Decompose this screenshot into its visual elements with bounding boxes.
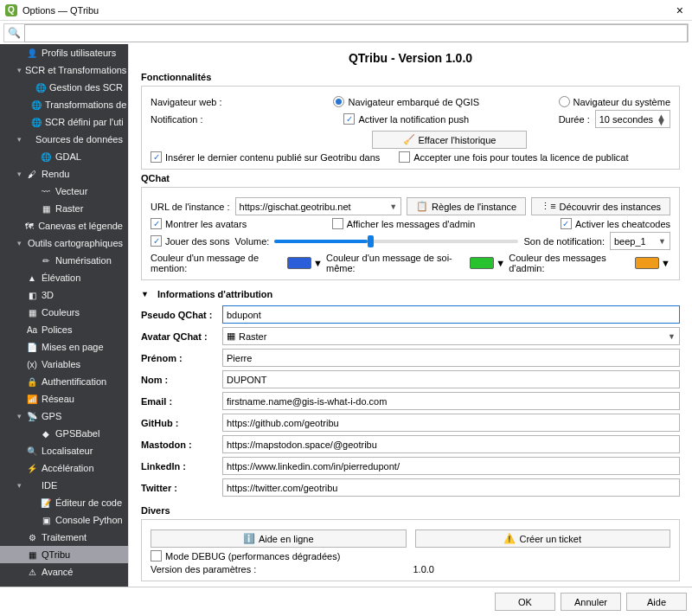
- sidebar-item[interactable]: ⚠Avancé: [0, 563, 128, 581]
- help-button[interactable]: Aide: [626, 593, 687, 611]
- search-input[interactable]: [24, 24, 688, 42]
- attribution-grid: Pseudo QChat : Avatar QChat : ▦Raster▼ P…: [141, 305, 680, 497]
- browser-system-radio[interactable]: Navigateur du système: [559, 96, 671, 107]
- sidebar-item-icon: ▣: [40, 514, 52, 526]
- sidebar-item-label: SCR et Transformations: [25, 65, 126, 75]
- sidebar-item[interactable]: ▣Console Python: [0, 511, 128, 529]
- sidebar-item[interactable]: ▲Élévation: [0, 269, 128, 286]
- discover-instances-button[interactable]: ⋮≡Découvrir des instances: [531, 197, 670, 215]
- debug-checkbox[interactable]: Mode DEBUG (performances dégradées): [151, 550, 340, 561]
- cheatcodes-checkbox[interactable]: ✓Activer les cheatcodes: [561, 218, 670, 229]
- sidebar-item[interactable]: ◧3D: [0, 286, 128, 304]
- sidebar-item-label: Variables: [42, 359, 80, 369]
- chevron-down-icon[interactable]: ▼: [141, 290, 149, 298]
- sidebar-item[interactable]: 👤Profils utilisateurs: [0, 44, 128, 61]
- create-ticket-button[interactable]: ⚠️Créer un ticket: [415, 529, 671, 548]
- insert-last-checkbox[interactable]: ✓Insérer le dernier contenu publié sur G…: [151, 151, 380, 163]
- sidebar-item[interactable]: ▾🖌Rendu: [0, 165, 128, 183]
- sidebar-item[interactable]: ▦Raster: [0, 200, 128, 217]
- sidebar-item-icon: ◆: [40, 427, 52, 440]
- accept-license-checkbox[interactable]: Accepter une fois pour toutes la licence…: [399, 151, 628, 163]
- sidebar-item-label: GPS: [42, 411, 61, 421]
- sidebar-item[interactable]: (x)Variables: [0, 356, 128, 373]
- sidebar-item-label: Accélération: [42, 463, 94, 473]
- sidebar-item-label: Raster: [55, 203, 83, 214]
- sidebar-item-icon: 📄: [26, 341, 38, 353]
- sidebar-item[interactable]: ▦QTribu: [0, 546, 128, 563]
- section-misc: Divers: [141, 505, 680, 516]
- close-icon[interactable]: ×: [673, 3, 687, 17]
- sidebar-item[interactable]: ⚡Accélération: [0, 459, 128, 477]
- volume-label: Volume:: [235, 236, 270, 247]
- color-admin-label: Couleur des messages d'admin:: [509, 253, 631, 273]
- sidebar-item[interactable]: 〰Vecteur: [0, 183, 128, 200]
- color-self-picker[interactable]: ▼: [470, 257, 505, 269]
- twitter-input[interactable]: [222, 478, 680, 497]
- sidebar-item-icon: ▲: [26, 272, 38, 284]
- sidebar-item-icon: ▦: [26, 306, 38, 318]
- cancel-button[interactable]: Annuler: [561, 593, 621, 611]
- sidebar-search[interactable]: 🔍: [3, 23, 689, 42]
- email-input[interactable]: [222, 392, 680, 410]
- sidebar-item[interactable]: ▾Sources de données: [0, 131, 128, 148]
- sidebar-item-icon: ✏: [40, 254, 52, 266]
- instance-rules-button[interactable]: 📋Règles de l'instance: [407, 197, 526, 215]
- sidebar-item[interactable]: 🌐GDAL: [0, 148, 128, 165]
- firstname-input[interactable]: [222, 349, 680, 367]
- online-help-button[interactable]: ℹ️Aide en ligne: [151, 529, 407, 548]
- github-input[interactable]: [222, 414, 680, 432]
- linkedin-input[interactable]: [222, 457, 680, 475]
- sidebar-item[interactable]: ▾SCR et Transformations: [0, 61, 128, 79]
- color-admin-picker[interactable]: ▼: [635, 257, 670, 269]
- notif-label: Notification :: [151, 114, 254, 125]
- show-avatars-checkbox[interactable]: ✓Montrer les avatars: [151, 218, 247, 229]
- settings-version-label: Version des paramètres :: [151, 564, 408, 574]
- clear-history-button[interactable]: 🧹Effacer l'historique: [372, 131, 527, 149]
- sidebar-item[interactable]: 🔒Authentification: [0, 373, 128, 390]
- sidebar-item[interactable]: 🌐Gestion des SCR: [0, 79, 128, 96]
- mastodon-input[interactable]: [222, 435, 680, 453]
- sidebar-item[interactable]: ▦Couleurs: [0, 304, 128, 321]
- sidebar-item[interactable]: ◆GPSBabel: [0, 425, 128, 442]
- ok-button[interactable]: OK: [495, 593, 555, 611]
- sidebar-item-label: SCR défini par l'uti: [45, 117, 124, 127]
- sidebar-item[interactable]: AaPolices: [0, 321, 128, 338]
- sidebar-item[interactable]: ✏Numérisation: [0, 252, 128, 269]
- options-sidebar[interactable]: 👤Profils utilisateurs▾SCR et Transformat…: [0, 44, 128, 587]
- pseudo-input[interactable]: [222, 305, 680, 324]
- volume-slider[interactable]: [274, 240, 518, 243]
- sidebar-item[interactable]: 🗺Canevas et légende: [0, 217, 128, 234]
- sidebar-item[interactable]: 📝Éditeur de code: [0, 494, 128, 511]
- sidebar-item[interactable]: 📄Mises en page: [0, 338, 128, 356]
- sidebar-item[interactable]: 🔍Localisateur: [0, 442, 128, 459]
- sidebar-item-label: Polices: [42, 324, 72, 335]
- qgis-logo-icon: Q: [5, 4, 17, 16]
- settings-version-value: 1.0.0: [413, 564, 671, 574]
- play-sounds-checkbox[interactable]: ✓Jouer des sons: [151, 235, 230, 247]
- browser-embedded-radio[interactable]: Navigateur embarqué de QGIS: [333, 96, 479, 107]
- sidebar-item[interactable]: ▾📡GPS: [0, 407, 128, 425]
- sidebar-item[interactable]: 📶Réseau: [0, 390, 128, 407]
- main-panel: QTribu - Version 1.0.0 Fonctionnalités N…: [128, 44, 692, 587]
- sidebar-item-icon: ⚠: [26, 566, 38, 578]
- sidebar-item[interactable]: 🌐Transformations de: [0, 96, 128, 113]
- sidebar-item-icon: 📡: [26, 410, 38, 422]
- show-admin-checkbox[interactable]: Afficher les messages d'admin: [332, 218, 476, 229]
- window-title: Options — QTribu: [22, 5, 673, 16]
- sidebar-item[interactable]: ▾IDE: [0, 477, 128, 494]
- sidebar-item-label: Rendu: [42, 169, 69, 179]
- sidebar-item-label: Sources de données: [35, 134, 123, 144]
- sidebar-item-icon: [23, 133, 32, 145]
- duration-spinner[interactable]: 10 secondes▲▼: [595, 110, 670, 128]
- notif-sound-combo[interactable]: beep_1▼: [610, 232, 670, 250]
- instance-url-combo[interactable]: https://gischat.geotribu.net▼: [235, 197, 402, 215]
- lastname-input[interactable]: [222, 370, 680, 388]
- color-mention-picker[interactable]: ▼: [287, 257, 323, 269]
- sidebar-item[interactable]: ⚙Traitement: [0, 529, 128, 546]
- avatar-label: Avatar QChat :: [141, 331, 217, 342]
- sidebar-item[interactable]: 🌐SCR défini par l'uti: [0, 113, 128, 131]
- sidebar-item[interactable]: ▾Outils cartographiques: [0, 234, 128, 252]
- notif-enable-checkbox[interactable]: ✓Activer la notification push: [343, 113, 469, 125]
- avatar-combo[interactable]: ▦Raster▼: [222, 327, 680, 345]
- sidebar-item-icon: ▦: [40, 202, 52, 215]
